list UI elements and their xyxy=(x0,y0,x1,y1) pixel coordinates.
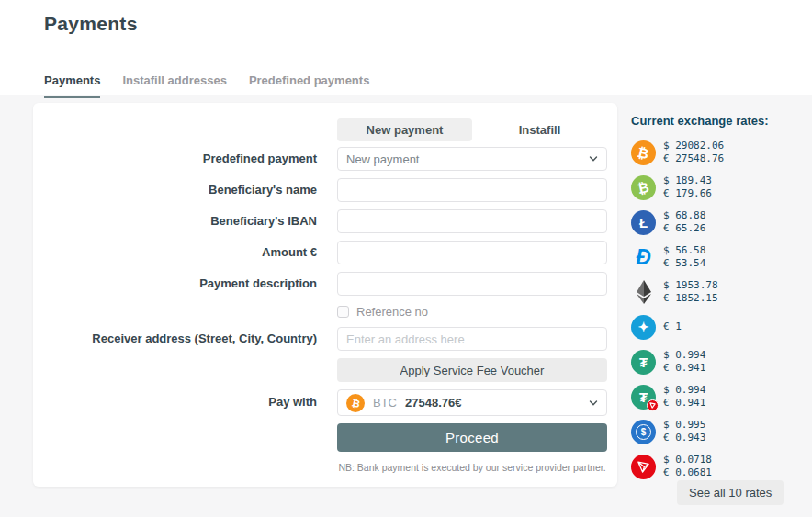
receiver-address-label: Receiver address (Street, City, Country) xyxy=(46,332,317,345)
instafill-toggle[interactable]: Instafill xyxy=(472,118,607,141)
rate-usd: $ 0.995 xyxy=(663,419,705,432)
eth-icon xyxy=(631,280,656,305)
ltc-icon: Ł xyxy=(631,210,656,235)
rate-eur: € 53.54 xyxy=(663,257,705,270)
pay-with-label: Pay with xyxy=(46,395,317,409)
usdc-icon: $ xyxy=(631,420,656,444)
rate-eur: € 1852.15 xyxy=(663,292,718,305)
pay-with-rate: 27548.76€ xyxy=(405,396,461,410)
apply-voucher-button[interactable]: Apply Service Fee Voucher xyxy=(337,358,607,382)
usdt-tron-icon: ₮ xyxy=(631,385,656,410)
rate-eur: € 0.941 xyxy=(663,397,705,410)
exchange-rates-heading: Current exchange rates: xyxy=(631,114,769,128)
btc-icon: ₿ xyxy=(631,140,656,165)
usdt-icon: ₮ xyxy=(631,350,656,375)
proceed-button[interactable]: Proceed xyxy=(337,423,607,452)
rate-row-dash: Ð $ 56.58€ 53.54 xyxy=(631,244,724,270)
tab-bar: Payments Instafill addresses Predefined … xyxy=(44,73,369,98)
rate-eur: € 1 xyxy=(663,320,682,333)
beneficiary-iban-label: Beneficiary's IBAN xyxy=(46,214,317,228)
rate-usd: $ 189.43 xyxy=(663,174,712,187)
page-title: Payments xyxy=(44,13,138,35)
beneficiary-iban-input[interactable] xyxy=(337,209,607,233)
rate-eur: € 0.943 xyxy=(663,432,705,444)
tron-badge-icon xyxy=(647,399,659,411)
page-header: Payments Payments Instafill addresses Pr… xyxy=(0,0,812,95)
rate-usd: $ 29082.06 xyxy=(663,140,724,152)
see-all-rates-button[interactable]: See all 10 rates xyxy=(677,480,784,505)
rate-eur: € 0.0681 xyxy=(663,466,712,479)
receiver-address-input[interactable] xyxy=(337,327,607,351)
new-payment-toggle[interactable]: New payment xyxy=(337,118,472,141)
rate-usd: $ 1953.78 xyxy=(663,279,718,292)
rate-row-usdc: $ $ 0.995€ 0.943 xyxy=(631,419,724,444)
rate-row-eth: $ 1953.78€ 1852.15 xyxy=(631,279,724,305)
reference-no-checkbox[interactable] xyxy=(337,306,349,318)
beneficiary-name-input[interactable] xyxy=(337,178,607,202)
payments-page: Payments Payments Instafill addresses Pr… xyxy=(0,0,812,517)
rate-usd: $ 56.58 xyxy=(663,244,705,257)
beneficiary-name-label: Beneficiary's name xyxy=(46,183,317,197)
amount-input[interactable] xyxy=(337,241,607,264)
tab-instafill-addresses[interactable]: Instafill addresses xyxy=(122,73,226,98)
rate-row-bch: ₿ $ 189.43€ 179.66 xyxy=(631,174,724,200)
reference-no-row: Reference no xyxy=(337,305,428,319)
chevron-down-icon xyxy=(589,154,598,163)
rate-row-eur: ✦ € 1 xyxy=(631,314,724,340)
predefined-payment-label: Predefined payment xyxy=(46,152,317,165)
pay-with-currency: BTC xyxy=(373,396,397,410)
pay-with-select[interactable]: ₿ BTC 27548.76€ xyxy=(337,389,607,416)
rate-usd: $ 0.0718 xyxy=(663,454,712,466)
reference-no-label: Reference no xyxy=(356,305,428,319)
rate-usd: $ 0.994 xyxy=(663,384,705,397)
predefined-payment-value: New payment xyxy=(346,152,419,166)
btc-icon: ₿ xyxy=(346,394,365,412)
rate-row-btc: ₿ $ 29082.06€ 27548.76 xyxy=(631,140,724,165)
payment-description-input[interactable] xyxy=(337,272,607,296)
chevron-down-icon xyxy=(589,399,598,408)
predefined-payment-select[interactable]: New payment xyxy=(337,147,607,171)
euro-token-icon: ✦ xyxy=(631,315,656,340)
exchange-rates-list: ₿ $ 29082.06€ 27548.76 ₿ $ 189.43€ 179.6… xyxy=(631,140,724,479)
rate-row-trx: $ 0.0718€ 0.0681 xyxy=(631,454,724,479)
rate-row-usdt-tron: ₮ $ 0.994€ 0.941 xyxy=(631,384,724,410)
rate-eur: € 0.941 xyxy=(663,362,705,375)
rate-row-ltc: Ł $ 68.88€ 65.26 xyxy=(631,209,724,235)
rate-eur: € 27548.76 xyxy=(663,152,724,165)
trx-icon xyxy=(631,455,656,479)
tab-predefined-payments[interactable]: Predefined payments xyxy=(249,73,370,98)
bch-icon: ₿ xyxy=(631,175,656,200)
rate-usd: $ 0.994 xyxy=(663,349,705,362)
dash-icon: Ð xyxy=(631,245,656,270)
payment-form-card: New payment Instafill Predefined payment… xyxy=(33,103,617,487)
bank-payment-note: NB: Bank payment is executed by our serv… xyxy=(337,462,607,473)
rate-eur: € 65.26 xyxy=(663,222,705,235)
payment-description-label: Payment description xyxy=(46,276,317,290)
amount-label: Amount € xyxy=(46,245,317,259)
rate-eur: € 179.66 xyxy=(663,187,712,200)
rate-row-usdt: ₮ $ 0.994€ 0.941 xyxy=(631,349,724,375)
payment-mode-toggle: New payment Instafill xyxy=(337,118,607,141)
rate-usd: $ 68.88 xyxy=(663,209,705,222)
tab-payments[interactable]: Payments xyxy=(44,73,100,98)
